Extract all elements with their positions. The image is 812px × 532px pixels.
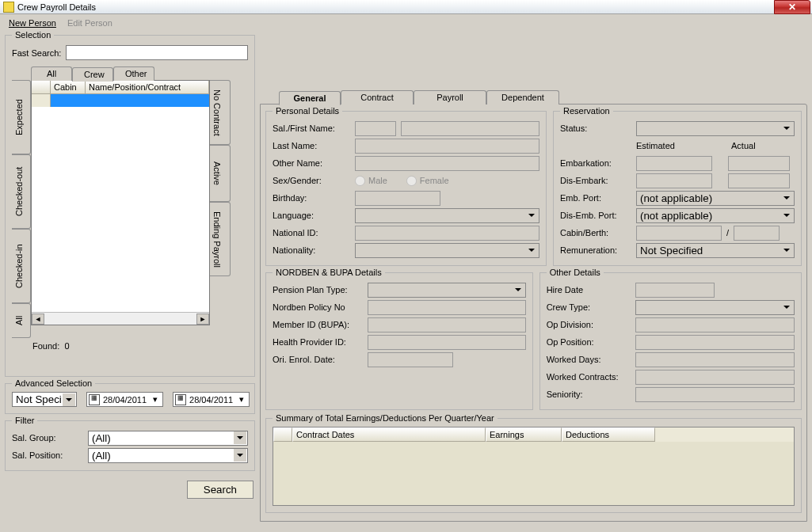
tab-contract[interactable]: Contract <box>341 90 414 104</box>
hire-date-input[interactable] <box>635 283 715 298</box>
status-combo[interactable] <box>636 121 795 136</box>
first-name-input[interactable] <box>401 121 539 136</box>
grid-header-blank[interactable] <box>32 81 51 93</box>
worked-contracts-input[interactable] <box>635 370 795 385</box>
vtab-active[interactable]: Active <box>210 145 231 202</box>
op-position-input[interactable] <box>635 335 795 350</box>
menu-new-person-label: New Person <box>9 18 56 28</box>
disembark-label: Dis-Embark: <box>560 176 631 185</box>
member-id-input[interactable] <box>368 317 526 332</box>
grid-header-cabin[interactable]: Cabin <box>51 81 86 93</box>
hire-date-label: Hire Date <box>547 285 631 294</box>
tab-crew[interactable]: Crew <box>72 67 113 82</box>
worked-days-label: Worked Days: <box>547 355 631 364</box>
title-bar: Crew Payroll Details ✕ <box>0 0 812 14</box>
emb-port-combo[interactable]: (not applicable) <box>636 191 795 206</box>
policy-input[interactable] <box>368 300 526 315</box>
close-button[interactable]: ✕ <box>774 0 810 14</box>
other-details-group: Other Details Hire Date Crew Type: Op Di… <box>539 272 802 410</box>
vtab-checked-out[interactable]: Checked-out <box>12 154 31 229</box>
vtab-expected[interactable]: Expected <box>12 80 31 154</box>
chevron-down-icon: ▾ <box>236 394 247 405</box>
personal-legend: Personal Details <box>273 106 342 116</box>
health-input[interactable] <box>368 335 526 350</box>
vtab-ending-payroll[interactable]: Ending Payroll <box>210 202 231 276</box>
embark-est-input[interactable] <box>636 156 712 171</box>
summary-col-contract[interactable]: Contract Dates <box>292 428 486 442</box>
national-id-input[interactable] <box>355 226 539 241</box>
nationality-combo[interactable] <box>355 243 539 258</box>
other-name-label: Other Name: <box>273 158 350 168</box>
menu-new-person[interactable]: New Person <box>3 16 62 30</box>
ori-date-input[interactable] <box>368 352 453 367</box>
grid-selected-row[interactable] <box>32 94 209 107</box>
chevron-down-icon: ▾ <box>150 394 161 405</box>
seniority-input[interactable] <box>635 387 795 402</box>
birthday-input[interactable] <box>355 191 440 206</box>
sal-position-combo[interactable]: (All) <box>88 448 248 463</box>
grid-header: Cabin Name/Position/Contract <box>32 81 209 94</box>
menu-edit-person-label: Edit Person <box>67 18 112 28</box>
summary-grid[interactable]: Contract Dates Earnings Deductions <box>273 427 795 506</box>
summary-col-deductions[interactable]: Deductions <box>562 428 655 442</box>
found-row: Found: 0 <box>12 338 248 351</box>
grid-header-name[interactable]: Name/Position/Contract <box>86 81 209 93</box>
radio-female[interactable]: Female <box>406 176 449 186</box>
advsel-date2[interactable]: ▦ 28/04/2011 ▾ <box>173 392 250 407</box>
remuneration-combo[interactable]: Not Specified <box>636 243 795 258</box>
person-grid[interactable]: Cabin Name/Position/Contract ◄ ► <box>31 80 210 325</box>
vtab-no-contract[interactable]: No Contract <box>210 80 231 145</box>
worked-contracts-label: Worked Contracts: <box>547 372 631 382</box>
remuneration-label: Remuneration: <box>560 245 631 255</box>
tab-general[interactable]: General <box>279 91 341 105</box>
crew-type-combo[interactable] <box>635 300 795 315</box>
op-division-input[interactable] <box>635 317 795 332</box>
menu-edit-person: Edit Person <box>62 16 118 30</box>
vtab-all[interactable]: All <box>12 303 31 338</box>
embark-act-input[interactable] <box>728 156 790 171</box>
estimated-header: Estimated <box>636 141 712 150</box>
sal-group-combo[interactable]: (All) <box>88 431 248 446</box>
scroll-right-icon[interactable]: ► <box>196 314 209 325</box>
disembark-est-input[interactable] <box>636 173 712 188</box>
content: Selection Fast Search: All Crew Other <box>0 32 812 527</box>
right-panel: General Contract Payroll Dependent Perso… <box>260 35 807 522</box>
pension-combo[interactable] <box>368 283 526 298</box>
tab-other[interactable]: Other <box>113 66 154 81</box>
berth-input[interactable] <box>734 226 780 241</box>
birthday-label: Birthday: <box>273 193 350 203</box>
salutation-input[interactable] <box>355 121 396 136</box>
grid-scrollbar[interactable]: ◄ ► <box>32 312 209 325</box>
member-id-label: Member ID (BUPA): <box>273 320 363 329</box>
worked-days-input[interactable] <box>635 352 795 367</box>
disemb-port-combo[interactable]: (not applicable) <box>636 208 795 223</box>
advsel-combo[interactable]: Not Specified <box>12 392 77 407</box>
app-icon <box>3 2 14 13</box>
left-panel: Selection Fast Search: All Crew Other <box>5 35 255 522</box>
search-button[interactable]: Search <box>187 481 254 499</box>
vtab-checked-in[interactable]: Checked-in <box>12 229 31 303</box>
advsel-date1[interactable]: ▦ 28/04/2011 ▾ <box>86 392 163 407</box>
summary-col-blank[interactable] <box>273 428 292 442</box>
health-label: Health Provider ID: <box>273 337 363 347</box>
national-id-label: National ID: <box>273 228 350 238</box>
menu-bar: New Person Edit Person <box>0 14 812 32</box>
female-label: Female <box>420 176 449 185</box>
cabin-label: Cabin/Berth: <box>560 228 631 238</box>
nordben-legend: NORDBEN & BUPA Details <box>273 268 385 277</box>
tab-payroll[interactable]: Payroll <box>414 90 486 104</box>
last-name-input[interactable] <box>355 139 539 154</box>
disembark-act-input[interactable] <box>728 173 790 188</box>
filter-legend: Filter <box>12 416 37 425</box>
other-name-input[interactable] <box>355 156 539 171</box>
sex-label: Sex/Gender: <box>273 176 350 185</box>
disemb-port-label: Dis-Emb. Port: <box>560 211 631 220</box>
tab-dependent[interactable]: Dependent <box>486 90 559 104</box>
scroll-left-icon[interactable]: ◄ <box>32 314 44 325</box>
fast-search-input[interactable] <box>66 45 248 60</box>
summary-col-earnings[interactable]: Earnings <box>486 428 562 442</box>
language-combo[interactable] <box>355 208 539 223</box>
radio-male[interactable]: Male <box>355 176 387 186</box>
cabin-input[interactable] <box>636 226 722 241</box>
tab-all[interactable]: All <box>31 66 72 81</box>
